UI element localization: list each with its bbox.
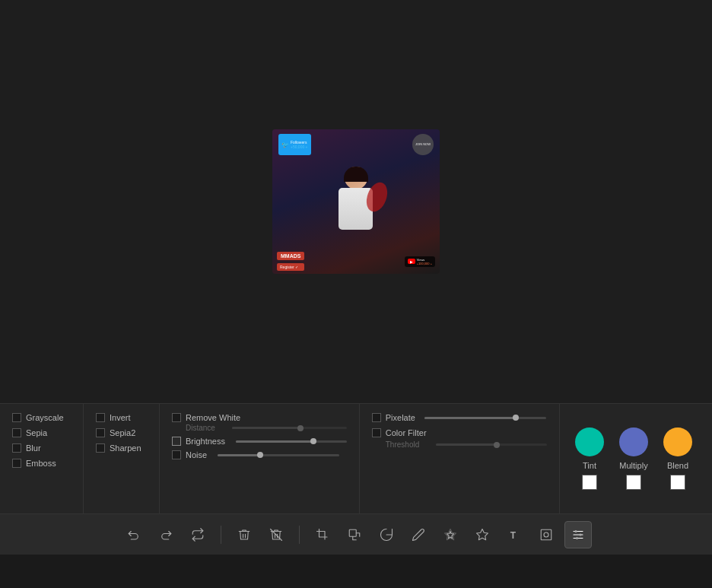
noise-slider[interactable] bbox=[218, 454, 339, 456]
tint-circle[interactable] bbox=[575, 427, 604, 456]
blend-swatch[interactable] bbox=[670, 475, 685, 490]
pixelate-label: Pixelate bbox=[386, 413, 415, 422]
color-panel: Tint Multiply Blend bbox=[560, 404, 712, 513]
blur-label: Blur bbox=[26, 443, 41, 453]
svg-point-11 bbox=[575, 530, 577, 532]
crop-button[interactable] bbox=[309, 521, 336, 548]
register-btn: Register ✓ bbox=[277, 263, 304, 271]
slider-panel-right: Pixelate Color Filter Threshold bbox=[360, 404, 560, 513]
redo-button[interactable] bbox=[152, 521, 180, 548]
filter-emboss[interactable]: Emboss bbox=[12, 459, 71, 468]
resize-button[interactable] bbox=[341, 521, 368, 548]
distance-label: Distance bbox=[186, 424, 215, 432]
pixelate-checkbox[interactable] bbox=[372, 413, 381, 422]
brightness-label: Brightness bbox=[186, 437, 225, 446]
blend-circle[interactable] bbox=[663, 427, 692, 456]
preview-image: 🐦 Followers +50,000 + JOIN NOW bbox=[272, 129, 440, 274]
join-text: JOIN NOW bbox=[415, 143, 431, 147]
multiply-swatch[interactable] bbox=[626, 475, 641, 490]
emboss-checkbox[interactable] bbox=[12, 459, 21, 468]
divider-2 bbox=[299, 526, 300, 544]
color-filter-checkbox[interactable] bbox=[372, 428, 381, 437]
multiply-label: Multiply bbox=[619, 461, 647, 470]
invert-label: Invert bbox=[110, 413, 131, 422]
multiply-circle[interactable] bbox=[619, 427, 648, 456]
delete-all-button[interactable] bbox=[262, 521, 290, 548]
color-circles-row: Tint Multiply Blend bbox=[575, 427, 697, 490]
star-button[interactable] bbox=[469, 521, 496, 548]
filter-panel-col1: Grayscale Sepia Blur Emboss bbox=[0, 404, 84, 513]
canvas-area: 🐦 Followers +50,000 + JOIN NOW bbox=[0, 0, 712, 403]
sepia-label: Sepia bbox=[26, 428, 47, 437]
blend-label: Blend bbox=[667, 461, 688, 470]
filter-blur[interactable]: Blur bbox=[12, 443, 71, 453]
join-badge: JOIN NOW bbox=[412, 134, 434, 155]
grayscale-label: Grayscale bbox=[26, 413, 64, 422]
color-filter-row: Color Filter Threshold bbox=[372, 428, 547, 449]
emboss-label: Emboss bbox=[26, 459, 56, 468]
color-filter-slider[interactable] bbox=[436, 443, 547, 446]
rotate-button[interactable] bbox=[373, 521, 400, 548]
svg-text:T: T bbox=[510, 529, 517, 540]
noise-row: Noise bbox=[172, 450, 347, 459]
repeat-button[interactable] bbox=[184, 521, 211, 548]
follower-badge: 🐦 Followers +50,000 + bbox=[278, 134, 311, 155]
pixelate-slider[interactable] bbox=[424, 417, 546, 419]
filter-sepia[interactable]: Sepia bbox=[12, 428, 71, 437]
blur-checkbox[interactable] bbox=[12, 443, 21, 453]
delete-button[interactable] bbox=[230, 521, 258, 548]
svg-point-12 bbox=[580, 533, 582, 536]
youtube-badge: ▶ Views +100,000 + bbox=[405, 256, 435, 267]
divider-1 bbox=[221, 526, 221, 544]
draw-button[interactable] bbox=[405, 521, 432, 548]
sharpen-label: Sharpen bbox=[110, 443, 141, 453]
pixelate-row: Pixelate bbox=[372, 413, 547, 422]
tint-swatch[interactable] bbox=[582, 475, 597, 490]
slider-panel-left: Remove White Distance Brightness bbox=[160, 404, 360, 513]
sepia-checkbox[interactable] bbox=[12, 428, 21, 437]
remove-white-row: Remove White Distance bbox=[172, 413, 347, 432]
threshold-label: Threshold bbox=[386, 440, 419, 449]
svg-rect-6 bbox=[541, 529, 551, 540]
blend-item: Blend bbox=[663, 427, 692, 490]
filter-sharpen[interactable]: Sharpen bbox=[96, 443, 147, 453]
svg-marker-4 bbox=[477, 529, 488, 539]
grayscale-checkbox[interactable] bbox=[12, 413, 21, 422]
toolbar: T bbox=[0, 513, 712, 555]
filter-panel-col2: Invert Sepia2 Sharpen bbox=[84, 404, 160, 513]
color-filter-label: Color Filter bbox=[386, 428, 427, 437]
mmads-logo: MMADS bbox=[277, 252, 304, 260]
svg-marker-2 bbox=[445, 529, 456, 539]
followers-count: +50,000 + bbox=[291, 145, 308, 149]
undo-button[interactable] bbox=[120, 521, 148, 548]
filter-sepia2[interactable]: Sepia2 bbox=[96, 428, 147, 437]
tint-item: Tint bbox=[575, 427, 604, 490]
panels-area: Grayscale Sepia Blur Emboss Invert Sepia… bbox=[0, 403, 712, 513]
svg-point-13 bbox=[576, 537, 578, 539]
filter-invert[interactable]: Invert bbox=[96, 413, 147, 422]
text-button[interactable]: T bbox=[501, 521, 528, 548]
filter-grayscale[interactable]: Grayscale bbox=[12, 413, 71, 422]
svg-rect-1 bbox=[349, 529, 356, 536]
remove-white-slider[interactable] bbox=[232, 427, 347, 429]
svg-point-7 bbox=[544, 532, 548, 537]
multiply-item: Multiply bbox=[619, 427, 648, 490]
filters-button[interactable] bbox=[564, 521, 592, 548]
remove-white-label: Remove White bbox=[186, 413, 240, 422]
tint-label: Tint bbox=[583, 461, 596, 470]
views-count: +100,000 + bbox=[417, 262, 432, 265]
sepia2-checkbox[interactable] bbox=[96, 428, 105, 437]
sharpen-checkbox[interactable] bbox=[96, 443, 105, 453]
sepia2-label: Sepia2 bbox=[110, 428, 135, 437]
frame-button[interactable] bbox=[532, 521, 560, 548]
invert-checkbox[interactable] bbox=[96, 413, 105, 422]
noise-label: Noise bbox=[186, 450, 207, 459]
transform-button[interactable] bbox=[437, 521, 464, 548]
brightness-row: Brightness bbox=[172, 437, 347, 446]
noise-checkbox[interactable] bbox=[172, 450, 181, 459]
brightness-checkbox[interactable] bbox=[172, 437, 181, 446]
brightness-slider[interactable] bbox=[236, 440, 347, 443]
remove-white-checkbox[interactable] bbox=[172, 413, 181, 422]
